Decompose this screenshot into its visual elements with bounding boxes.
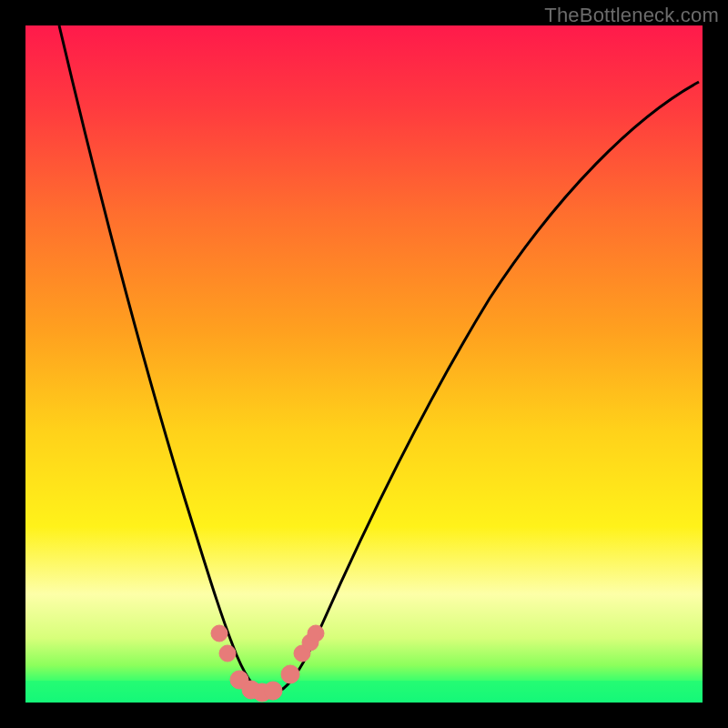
svg-point-0 xyxy=(211,625,228,642)
svg-point-1 xyxy=(219,645,236,662)
chart-frame: TheBottleneck.com xyxy=(0,0,728,728)
gradient-background xyxy=(25,25,703,703)
svg-point-5 xyxy=(264,682,282,700)
svg-point-9 xyxy=(308,625,324,642)
chart-svg xyxy=(25,25,703,703)
svg-point-6 xyxy=(281,665,299,683)
green-band xyxy=(25,681,703,703)
chart-plot-area xyxy=(25,25,703,703)
watermark-text: TheBottleneck.com xyxy=(544,4,719,27)
